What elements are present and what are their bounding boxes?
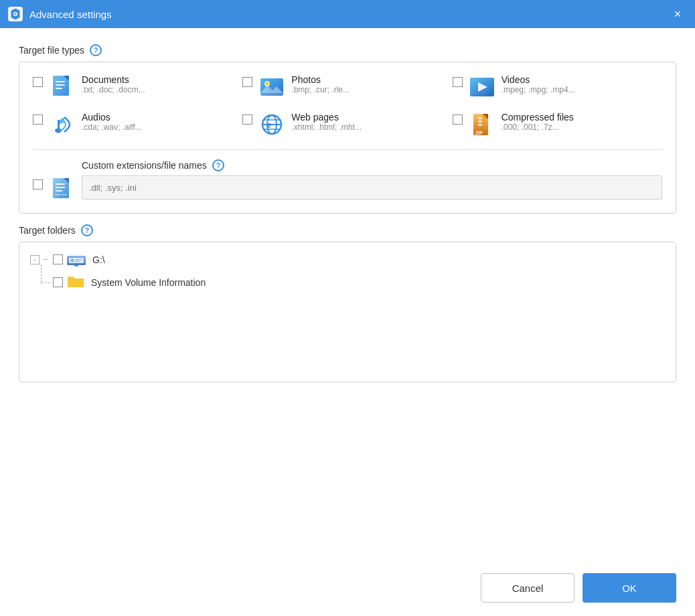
target-folders-box: -: [19, 242, 676, 382]
custom-ext-checkbox[interactable]: [33, 179, 43, 189]
file-types-help-icon[interactable]: ?: [90, 44, 102, 56]
svg-rect-48: [75, 261, 80, 262]
close-button[interactable]: ×: [668, 5, 687, 23]
folder-icon: [67, 274, 84, 291]
photos-icon: [259, 74, 285, 100]
videos-exts: .mpeg; .mpg; .mp4...: [501, 85, 575, 94]
documents-icon: [50, 74, 75, 100]
audios-exts: .cda; .wav; .aiff...: [82, 123, 142, 132]
custom-ext-icon: [50, 177, 75, 202]
system-volume-label: System Volume Information: [91, 277, 206, 288]
file-type-audios: Audios .cda; .wav; .aiff...: [33, 112, 242, 137]
videos-name: Videos: [501, 74, 575, 85]
audios-icon: [50, 112, 75, 137]
photos-name: Photos: [291, 74, 350, 85]
system-volume-checkbox[interactable]: [53, 277, 63, 287]
custom-ext-label: Custom extensions/file names ?: [82, 159, 662, 171]
photos-checkbox[interactable]: [242, 77, 252, 87]
photos-exts: .bmp; .cur; .rle...: [291, 85, 350, 94]
web-pages-name: Web pages: [291, 112, 362, 123]
ok-button[interactable]: OK: [583, 573, 676, 603]
file-type-photos: Photos .bmp; .cur; .rle...: [242, 74, 452, 100]
svg-rect-5: [56, 81, 65, 82]
divider: [33, 149, 662, 150]
svg-text:ZIP: ZIP: [475, 131, 483, 135]
documents-checkbox[interactable]: [33, 77, 43, 87]
custom-ext-input[interactable]: [82, 175, 662, 200]
target-folders-section: Target folders ? -: [19, 224, 676, 382]
compressed-checkbox[interactable]: [453, 114, 463, 125]
svg-rect-31: [478, 124, 482, 126]
file-type-compressed: ZIP Compressed files .000; .001; .7z...: [453, 112, 662, 137]
advanced-settings-dialog: Advanced settings × Target file types ?: [0, 0, 695, 616]
file-types-label: Target file types ?: [19, 44, 676, 56]
web-pages-exts: .xhtml; .html; .mht...: [291, 123, 362, 132]
target-folders-help-icon[interactable]: ?: [81, 224, 93, 236]
audios-name: Audios: [82, 112, 142, 123]
svg-rect-30: [478, 121, 482, 123]
svg-rect-44: [74, 265, 78, 266]
audios-checkbox[interactable]: [33, 114, 43, 125]
svg-point-2: [15, 13, 17, 15]
dialog-content: Target file types ?: [0, 28, 695, 564]
cancel-button[interactable]: Cancel: [481, 573, 574, 603]
videos-checkbox[interactable]: [453, 77, 463, 87]
compressed-exts: .000; .001; .7z...: [501, 123, 574, 132]
svg-rect-7: [56, 88, 62, 89]
drive-icon: [67, 250, 86, 268]
target-folders-label: Target folders ?: [19, 224, 676, 236]
svg-rect-37: [56, 190, 62, 191]
svg-text:e: e: [267, 120, 271, 130]
dialog-footer: Cancel OK: [0, 564, 695, 616]
g-drive-checkbox[interactable]: [53, 254, 63, 264]
documents-exts: .txt; .doc; .docm...: [82, 85, 145, 94]
file-type-videos: Videos .mpeg; .mpg; .mp4...: [453, 74, 662, 100]
compressed-icon: ZIP: [469, 112, 495, 137]
svg-rect-47: [75, 259, 82, 260]
videos-icon: [469, 74, 495, 100]
file-type-documents: Documents .txt; .doc; .docm...: [33, 74, 242, 100]
file-type-web-pages: e Web pages .xhtml; .html; .mht...: [242, 112, 452, 137]
file-types-grid: Documents .txt; .doc; .docm...: [33, 74, 662, 137]
svg-rect-36: [56, 187, 65, 188]
file-types-box: Documents .txt; .doc; .docm...: [19, 62, 676, 214]
dialog-title: Advanced settings: [29, 9, 668, 20]
svg-rect-35: [56, 183, 65, 185]
documents-name: Documents: [82, 74, 145, 85]
web-pages-icon: e: [259, 112, 285, 137]
app-icon: [8, 7, 23, 21]
tree-expand-g[interactable]: -: [30, 255, 40, 264]
g-drive-label: G:\: [92, 254, 105, 265]
svg-point-13: [266, 82, 269, 86]
svg-point-46: [72, 260, 73, 261]
custom-ext-section: Custom extensions/file names ?: [33, 159, 662, 202]
web-pages-checkbox[interactable]: [242, 114, 252, 125]
svg-rect-19: [58, 120, 60, 131]
tree-item-g-drive: -: [30, 250, 665, 268]
svg-rect-6: [56, 84, 65, 86]
svg-rect-29: [478, 117, 482, 119]
custom-ext-help-icon[interactable]: ?: [212, 159, 224, 171]
compressed-name: Compressed files: [501, 112, 574, 123]
titlebar: Advanced settings ×: [0, 0, 695, 28]
svg-rect-40: [62, 194, 67, 196]
tree-item-system-volume: System Volume Information: [53, 274, 665, 291]
file-types-section: Target file types ?: [19, 44, 676, 214]
svg-rect-39: [55, 194, 60, 196]
